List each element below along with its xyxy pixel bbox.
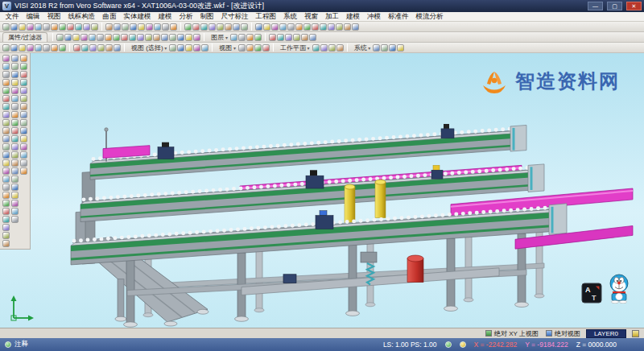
toolbar-icon[interactable] [20, 63, 27, 70]
toolbar-icon[interactable] [301, 34, 308, 41]
units-icon[interactable] [445, 341, 452, 348]
close-button[interactable]: ✕ [626, 2, 642, 10]
toolbar-icon[interactable] [20, 151, 27, 159]
toolbar-icon[interactable] [114, 44, 121, 52]
toolbar-icon[interactable] [11, 95, 19, 102]
toolbar-icon[interactable] [11, 176, 19, 183]
toolbar-icon[interactable] [35, 23, 42, 31]
menu-item[interactable]: 分析 [175, 12, 196, 22]
toolbar-icon[interactable] [20, 71, 27, 78]
toolbar-icon[interactable] [2, 159, 10, 167]
toolbar-icon[interactable] [20, 127, 27, 134]
toolbar-icon[interactable] [20, 167, 27, 175]
toolbar-icon[interactable] [20, 95, 27, 102]
toolbar-icon[interactable] [20, 159, 27, 167]
toolbar-icon[interactable] [20, 135, 27, 142]
toolbar-icon[interactable] [11, 208, 19, 215]
toolbar-icon[interactable] [192, 23, 200, 31]
toolbar-icon[interactable] [20, 87, 27, 94]
toolbar-icon[interactable] [269, 34, 276, 41]
toolbar-icon[interactable] [217, 23, 224, 31]
toolbar-icon[interactable] [254, 44, 262, 52]
toolbar-icon[interactable] [51, 23, 58, 31]
toolbar-icon[interactable] [11, 103, 19, 110]
toolbar-icon[interactable] [2, 240, 10, 247]
toolbar-icon[interactable] [2, 87, 10, 94]
toolbar-icon[interactable] [11, 111, 19, 118]
toolbar-icon[interactable] [312, 23, 319, 31]
toolbar-icon[interactable] [2, 224, 10, 231]
toolbar-icon[interactable] [129, 34, 136, 41]
toolbar-icon[interactable] [336, 44, 344, 52]
toolbar-icon[interactable] [2, 111, 10, 118]
toolbar-icon[interactable] [43, 23, 50, 31]
toolbar-icon[interactable] [20, 119, 27, 126]
toolbar-icon[interactable] [262, 44, 270, 52]
toolbar-icon[interactable] [184, 23, 192, 31]
panel-tab-properties-filter[interactable]: 属性/过滤器 [2, 32, 47, 42]
toolbar-icon[interactable] [238, 34, 246, 41]
layer-button[interactable]: LAYER0 [586, 329, 626, 338]
menu-item[interactable]: 编辑 [23, 12, 43, 22]
toolbar-icon[interactable] [153, 34, 160, 41]
toolbar-icon[interactable] [2, 192, 10, 199]
toolbar-icon[interactable] [113, 34, 120, 41]
toolbar-icon[interactable] [200, 23, 208, 31]
toolbar-icon[interactable] [27, 23, 34, 31]
snap-icon[interactable] [460, 341, 466, 348]
toolbar-icon[interactable] [2, 216, 10, 223]
toolbar-icon[interactable] [161, 34, 168, 41]
menu-item[interactable]: 实体建模 [120, 12, 155, 22]
toolbar-icon[interactable] [2, 119, 10, 126]
toolbar-icon[interactable] [193, 44, 200, 52]
toolbar-icon[interactable] [2, 103, 10, 110]
toolbar-icon[interactable] [208, 23, 216, 31]
toolbar-icon[interactable] [11, 184, 19, 191]
viewport-3d[interactable]: 智造资料网 A T [0, 53, 644, 328]
toolbar-icon[interactable] [233, 23, 240, 31]
toolbar-icon[interactable] [11, 127, 19, 134]
toolbar-group-label[interactable]: 工作平面 [277, 43, 312, 52]
toolbar-icon[interactable] [73, 44, 80, 52]
toolbar-icon[interactable] [170, 23, 177, 31]
toolbar-icon[interactable] [20, 55, 27, 62]
toolbar-group-label[interactable]: 视图 [216, 43, 237, 52]
toolbar-icon[interactable] [11, 79, 19, 86]
toolbar-icon[interactable] [169, 34, 176, 41]
toolbar-icon[interactable] [97, 44, 105, 52]
toolbar-icon[interactable] [312, 44, 320, 52]
toolbar-icon[interactable] [146, 23, 153, 31]
toolbar-icon[interactable] [230, 34, 237, 41]
toolbar-icon[interactable] [122, 23, 129, 31]
toolbar-icon[interactable] [20, 79, 27, 86]
toolbar-icon[interactable] [255, 23, 262, 31]
toolbar-icon[interactable] [2, 151, 10, 159]
toolbar-icon[interactable] [11, 200, 19, 207]
menu-item[interactable]: 制图 [196, 12, 217, 22]
toolbar-icon[interactable] [20, 111, 27, 118]
toolbar-icon[interactable] [11, 151, 19, 159]
toolbar-icon[interactable] [11, 192, 19, 199]
toolbar-icon[interactable] [238, 44, 246, 52]
toolbar-icon[interactable] [201, 44, 208, 52]
toolbar-group-label[interactable]: 视图 (选择) [128, 43, 168, 52]
toolbar-icon[interactable] [2, 79, 10, 86]
toolbar-icon[interactable] [277, 34, 284, 41]
menu-item[interactable]: 模流分析 [412, 12, 447, 22]
toolbar-icon[interactable] [20, 143, 27, 151]
toolbar-icon[interactable] [51, 44, 58, 52]
status-extra-icon[interactable] [632, 330, 639, 337]
toolbar-icon[interactable] [2, 176, 10, 183]
toolbar-icon[interactable] [397, 44, 404, 52]
toolbar-icon[interactable] [10, 23, 18, 31]
menu-item[interactable]: 建模 [155, 12, 175, 22]
toolbar-icon[interactable] [154, 23, 161, 31]
toolbar-icon[interactable] [11, 216, 19, 223]
toolbar-icon[interactable] [285, 34, 292, 41]
toolbar-icon[interactable] [336, 23, 343, 31]
toolbar-icon[interactable] [185, 44, 192, 52]
toolbar-icon[interactable] [105, 44, 113, 52]
toolbar-icon[interactable] [19, 23, 26, 31]
toolbar-icon[interactable] [27, 44, 34, 52]
view-orientation-widget[interactable]: A T [581, 283, 602, 304]
